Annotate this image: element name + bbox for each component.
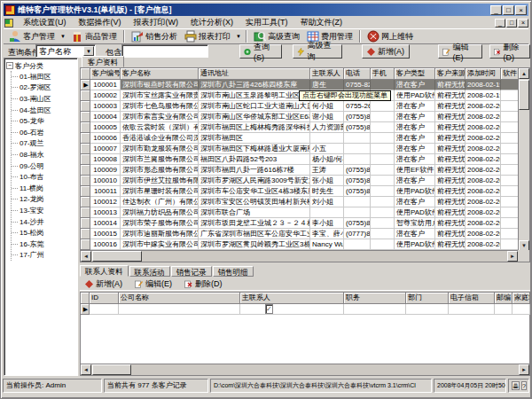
tree-item-16[interactable]: 16-东莞 <box>12 239 77 250</box>
table-row[interactable]: 100012佳达制衣（广州）有限公司深圳市宝安区公明镇茨田埔村新兴楼模厂刘小姐潜… <box>81 197 529 207</box>
dropdown-arrow-icon[interactable]: ▼ <box>59 34 67 39</box>
table-cell: 深圳市罗湖区黄贝岭颖秀工业区3栋1楼 <box>199 239 310 250</box>
table-cell: 使用PAD软件 <box>395 90 435 101</box>
vertical-scroll-thumb[interactable] <box>519 80 529 110</box>
table-row[interactable]: 100005依歌云裳时装（深圳）有限深圳市福田区上梅林梅秀路深华科技工业园人力资… <box>81 122 529 133</box>
column-header-2: 通讯地址 <box>199 68 310 80</box>
table-row[interactable]: 100004深圳市索言实业有限公司深圳市南山区华侨城东部工业区E6栋601谢小姐… <box>81 112 529 122</box>
table-row[interactable]: 100013深圳福力纺织品有限公司深圳市联合广场使用PAD软件前程无忧2008-… <box>81 207 529 218</box>
tree-item-06[interactable]: 06-石岩 <box>12 127 77 138</box>
scroll-left-icon[interactable]: ◄ <box>81 364 91 375</box>
horizontal-scrollbar[interactable]: ◄ ► <box>81 250 518 262</box>
tree-item-17[interactable]: 17-广州 <box>12 250 77 262</box>
table-row[interactable]: 100008深圳市兰翼服饰有限公司福田区八卦四路52号203杨小姐/何小潜在客户… <box>81 154 529 165</box>
tree-item-02[interactable]: 02-罗湖区 <box>12 82 77 94</box>
dropdown-arrow-icon[interactable]: ▼ <box>234 34 243 39</box>
tree-item-05[interactable]: 05-龙华 <box>12 115 77 127</box>
query-field-value: 客户名称 <box>39 47 71 56</box>
child-restore-button[interactable]: □ <box>506 19 517 27</box>
table-cell: 深圳市坂田龙壁工业城２３－２４栋 <box>199 218 310 229</box>
tree-root-customer-category[interactable]: − 客户分类 <box>6 60 77 71</box>
tree-item-04[interactable]: 04-盐田区 <box>12 105 77 116</box>
detail-delete-button[interactable]: 删除(D) <box>184 278 223 290</box>
table-cell: (0755)84 <box>344 218 371 229</box>
table-cell: 前程无忧 <box>435 165 466 176</box>
minimize-button[interactable]: _ <box>490 5 502 15</box>
menu-item-4[interactable]: 实用工具(T) <box>239 16 294 29</box>
child-minimize-button[interactable]: _ <box>495 19 505 27</box>
table-cell: 100012 <box>90 197 121 207</box>
table-cell: 李宝、薛小& <box>310 229 344 239</box>
help-icon[interactable]: ? <box>521 381 527 390</box>
horizontal-scroll-thumb[interactable] <box>92 251 142 262</box>
customer-icon <box>9 30 21 43</box>
scroll-left-icon[interactable]: ◄ <box>81 251 91 262</box>
detail-horizontal-scroll-thumb[interactable] <box>92 364 131 375</box>
tree-item-15[interactable]: 15-松岗 <box>12 227 77 239</box>
detail-edit-button[interactable]: 编辑(E) <box>135 278 172 290</box>
child-window-icon <box>4 19 13 27</box>
table-row[interactable]: 100011深圳市星珊时装有限公司深圳市车公庙安华工业区4栋3楼东座时先生(07… <box>81 186 529 197</box>
table-row[interactable]: 100006香港港诚企业有限公司深圳深圳市福田区潜在客户前程无忧2008-02-… <box>81 133 529 144</box>
tree-item-12[interactable]: 12-龙岗 <box>12 194 77 206</box>
menu-item-5[interactable]: 帮助文件(Z) <box>294 16 349 29</box>
menu-item-0[interactable]: 系统设置(U) <box>17 16 73 29</box>
table-row[interactable]: 100015深圳市迪丽斯服饰有限公司广东省深圳市福田区车公庙安华工业区6栋4李宝… <box>81 229 529 239</box>
vertical-scrollbar[interactable]: ▲ ▼ <box>518 68 529 251</box>
tree-item-08[interactable]: 08-福永 <box>12 149 77 160</box>
tree-item-10[interactable]: 10-布吉 <box>12 171 77 183</box>
scroll-right-icon[interactable]: ► <box>507 251 518 262</box>
product-management-button[interactable]: 商品管理 <box>67 29 121 43</box>
tree-item-09[interactable]: 09-公明 <box>12 160 77 172</box>
close-button[interactable]: × <box>515 5 527 15</box>
detail-tab-0[interactable]: 联系人资料 <box>80 265 129 277</box>
printer-icon[interactable]: 🖶 <box>512 381 520 390</box>
sales-analysis-button[interactable]: 销售分析 <box>128 29 181 43</box>
scroll-right-icon[interactable]: ► <box>519 364 529 375</box>
online-weite-button[interactable]: 网上维特 <box>364 29 417 43</box>
restore-button[interactable]: □ <box>503 5 514 15</box>
table-cell: 前程无忧 <box>435 144 466 154</box>
table-cell: 100010 <box>90 176 121 186</box>
scroll-up-icon[interactable]: ▲ <box>519 68 529 79</box>
table-row[interactable]: 100009深圳市形态服饰有限公司深圳市福田八卦一路616栋7楼王涛(0755)… <box>81 165 529 176</box>
report-print-button[interactable]: 报表打印 <box>181 29 234 43</box>
table-cell: 前程无忧 <box>435 176 466 186</box>
tree-item-01[interactable]: 01-福田区 <box>12 71 77 82</box>
column-header-8: 添加时间 <box>466 68 501 80</box>
detail-tab-1[interactable]: 联系活动 <box>129 266 170 277</box>
detail-horizontal-scrollbar[interactable]: ◄ ► <box>81 364 529 375</box>
table-row[interactable]: 100003深圳市七色鸟服饰有限公司深圳市南山区蛇口工业大道南山大厦东座71何小… <box>81 101 529 112</box>
table-row[interactable]: 100007深圳市勤龙服装有限公司深圳市福田区下梅林路通业大厦南座6楼小五潜在客… <box>81 144 529 154</box>
row-marker <box>81 165 90 176</box>
customer-management-button[interactable]: 客户管理 <box>5 29 59 43</box>
tree-item-13[interactable]: 13-宝安 <box>12 205 77 216</box>
table-cell: 前程无忧 <box>435 80 466 90</box>
contact-row[interactable]: ▶✓ <box>81 304 529 315</box>
tree-item-03[interactable]: 03-南山区 <box>12 93 77 105</box>
menu-item-1[interactable]: 数据操作(V) <box>73 16 128 29</box>
table-row[interactable]: 100016深圳市中嫁实业有限公司深圳市罗湖区黄贝岭颖秀工业区3栋1楼Nancy… <box>81 239 529 250</box>
table-cell <box>501 80 519 90</box>
table-cell: 何小姐 <box>310 101 344 112</box>
table-row[interactable]: 100014深圳市荣子服饰有限公司深圳市坂田龙壁工业城２３－２４栋李小姐(075… <box>81 218 529 229</box>
chevron-down-icon[interactable]: ▼ <box>83 46 94 56</box>
tree-item-07[interactable]: 07-观兰 <box>12 138 77 150</box>
detail-tab-2[interactable]: 销售记录 <box>171 266 212 277</box>
checkbox-icon[interactable]: ✓ <box>265 304 273 314</box>
collapse-icon[interactable]: − <box>6 62 13 69</box>
table-cell: 智尊宝纺用户 <box>395 218 435 229</box>
table-row[interactable]: ▶100001深圳市银燕时装有限公司深圳市八卦三路426栋四楼东座唐生0755-… <box>81 80 529 90</box>
table-cell <box>371 144 395 154</box>
table-cell: 潜在客户 <box>395 176 435 186</box>
tree-item-11[interactable]: 11-横岗 <box>12 183 77 194</box>
detail-tab-3[interactable]: 销售明细 <box>213 266 254 277</box>
tree-item-14[interactable]: 14-沙井 <box>12 216 77 228</box>
status-database-path: D:\com\深圳六合泰科技\深圳六合泰科技\深圳六合泰科技\vtcrm 3.1… <box>210 379 432 393</box>
tab-customer-data[interactable]: 客户资料 <box>82 56 124 67</box>
detail-add-button[interactable]: 新增(A) <box>85 278 122 290</box>
table-row[interactable]: 100010深圳市伊丝艾拉服饰有限公深圳市罗湖区人民南路3009号新安大厦12楼… <box>81 176 529 186</box>
menu-item-3[interactable]: 统计分析(X) <box>184 16 239 29</box>
child-close-button[interactable]: × <box>518 19 528 27</box>
menu-item-2[interactable]: 报表打印(W) <box>128 16 185 29</box>
